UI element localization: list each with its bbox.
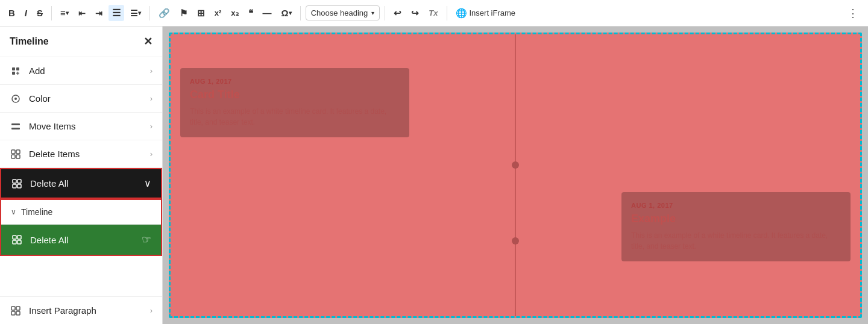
- sidebar-delete-items-label: Delete Items: [29, 149, 150, 159]
- svg-rect-15: [13, 184, 16, 188]
- timeline-card-1-title: Card Title: [190, 89, 400, 101]
- svg-rect-24: [16, 311, 20, 315]
- color-icon: [10, 94, 22, 104]
- omega-chevron-icon: ▾: [289, 10, 292, 16]
- align-button[interactable]: ≡ ▾: [57, 5, 72, 20]
- sidebar-color-chevron-icon: ›: [150, 94, 153, 103]
- sidebar-close-button[interactable]: ✕: [143, 35, 153, 48]
- separator-3: [300, 6, 301, 20]
- table-icon: ⊞: [197, 8, 205, 19]
- delete-items-icon: [10, 149, 22, 159]
- svg-rect-12: [16, 155, 20, 158]
- timeline-canvas[interactable]: AUG 1, 2017 Card Title This is an exampl…: [169, 33, 862, 318]
- list-more-icon: ☰: [130, 8, 138, 18]
- sidebar-insert-paragraph-chevron-icon: ›: [150, 306, 153, 315]
- indent-in-button[interactable]: ⇥: [92, 6, 106, 20]
- table-button[interactable]: ⊞: [193, 5, 209, 21]
- redo-button[interactable]: ↪: [407, 5, 423, 21]
- sidebar-color-label: Color: [29, 93, 150, 104]
- insert-iframe-button[interactable]: 🌐 Insert iFrame: [452, 5, 520, 21]
- strikethrough-button[interactable]: S: [33, 5, 46, 20]
- sidebar-timeline-header[interactable]: ∨ Timeline: [1, 200, 161, 225]
- align-chevron-icon: ▾: [66, 10, 69, 16]
- content-area: AUG 1, 2017 Card Title This is an exampl…: [163, 26, 868, 324]
- svg-rect-9: [11, 150, 15, 154]
- sidebar-delete-all-green-button[interactable]: Delete All ☞: [1, 225, 161, 255]
- svg-rect-10: [16, 150, 20, 154]
- subscript-icon: x₂: [231, 8, 238, 17]
- timeline-card-1: AUG 1, 2017 Card Title This is an exampl…: [180, 68, 409, 137]
- add-icon: [10, 66, 22, 76]
- svg-rect-21: [11, 307, 15, 310]
- sidebar-item-delete-all-expanded[interactable]: Delete All ∨: [0, 168, 162, 199]
- svg-rect-18: [17, 235, 21, 239]
- sidebar-delete-all-expanded-label: Delete All: [30, 178, 144, 188]
- indent-out-button[interactable]: ⇤: [75, 6, 89, 20]
- svg-rect-14: [17, 179, 21, 183]
- sidebar-delete-all-green-label: Delete All: [30, 235, 137, 245]
- sidebar-item-color[interactable]: Color ›: [0, 85, 162, 113]
- list-more-chevron-icon: ▾: [138, 10, 141, 16]
- sidebar: Timeline ✕ Add › Color › Move Items ›: [0, 26, 163, 324]
- svg-rect-1: [16, 67, 19, 70]
- sidebar-move-items-chevron-icon: ›: [150, 122, 153, 131]
- timeline-dot-2: [512, 237, 519, 245]
- svg-rect-11: [11, 155, 15, 158]
- timeline-dot-1: [512, 161, 519, 169]
- sidebar-item-delete-items[interactable]: Delete Items ›: [0, 140, 162, 168]
- timeline-card-2-date: AUG 1, 2017: [631, 202, 841, 209]
- italic-button[interactable]: I: [21, 5, 31, 20]
- toolbar: B I S ≡ ▾ ⇤ ⇥ ☰ ☰ ▾ 🔗 ⚑ ⊞ x² x₂ ❝ — Ω ▾: [0, 0, 868, 26]
- omega-icon: Ω: [281, 8, 289, 18]
- sidebar-header: Timeline ✕: [0, 26, 162, 57]
- sidebar-item-move-items[interactable]: Move Items ›: [0, 113, 162, 140]
- sidebar-move-items-label: Move Items: [29, 121, 150, 131]
- insert-paragraph-icon: [10, 306, 22, 316]
- blockquote-icon: ❝: [248, 8, 253, 19]
- svg-rect-8: [11, 128, 20, 129]
- subscript-button[interactable]: x₂: [227, 6, 242, 20]
- bold-button[interactable]: B: [5, 5, 19, 20]
- heading-dropdown-chevron-icon: ▾: [371, 10, 374, 16]
- hr-button[interactable]: —: [259, 5, 275, 20]
- svg-rect-19: [13, 240, 16, 244]
- svg-rect-13: [13, 179, 16, 183]
- timeline-card-2-title: Example: [631, 213, 841, 225]
- superscript-button[interactable]: x²: [211, 6, 225, 20]
- sidebar-item-add[interactable]: Add ›: [0, 57, 162, 85]
- sidebar-insert-paragraph-label: Insert Paragraph: [29, 305, 150, 316]
- move-items-icon: [10, 122, 22, 131]
- timeline-dropdown-chevron-icon: ∨: [11, 208, 16, 216]
- list-ul-button[interactable]: ☰: [108, 5, 124, 21]
- superscript-icon: x²: [215, 8, 222, 17]
- timeline-card-1-date: AUG 1, 2017: [190, 78, 400, 85]
- heading-dropdown-label: Choose heading: [311, 8, 368, 17]
- timeline-card-2: AUG 1, 2017 Example This is an example o…: [621, 192, 851, 261]
- sidebar-item-insert-paragraph[interactable]: Insert Paragraph ›: [0, 296, 162, 324]
- toolbar-more-button[interactable]: ⋮: [843, 4, 863, 22]
- link-button[interactable]: 🔗: [155, 5, 174, 21]
- sidebar-title: Timeline: [10, 36, 49, 47]
- list-more-button[interactable]: ☰ ▾: [127, 6, 145, 20]
- blockquote-button[interactable]: ❝: [245, 5, 257, 21]
- omega-button[interactable]: Ω ▾: [278, 5, 295, 20]
- sidebar-timeline-label: Timeline: [21, 207, 52, 217]
- sidebar-add-label: Add: [29, 66, 150, 76]
- sidebar-delete-items-chevron-icon: ›: [150, 149, 153, 158]
- svg-rect-22: [16, 307, 20, 310]
- delete-all-green-icon: [11, 235, 23, 245]
- svg-point-6: [14, 98, 17, 100]
- globe-icon: 🌐: [456, 8, 467, 19]
- align-icon: ≡: [60, 8, 66, 18]
- svg-rect-7: [11, 123, 20, 125]
- undo-button[interactable]: ↩: [390, 5, 405, 21]
- svg-rect-20: [17, 240, 21, 244]
- flag-button[interactable]: ⚑: [176, 5, 191, 21]
- heading-dropdown[interactable]: Choose heading ▾: [306, 5, 380, 20]
- sidebar-add-chevron-icon: ›: [150, 66, 153, 75]
- clear-format-button[interactable]: Tx: [425, 6, 441, 20]
- sidebar-timeline-section: ∨ Timeline Delete All ☞: [0, 199, 162, 256]
- separator-1: [51, 6, 52, 20]
- timeline-center-line: [515, 34, 516, 316]
- separator-4: [385, 6, 385, 20]
